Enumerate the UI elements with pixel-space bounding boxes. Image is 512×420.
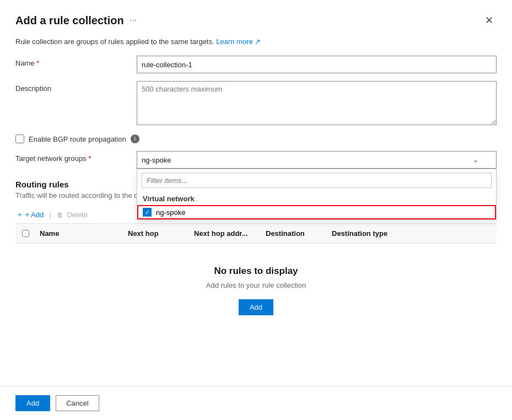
bgp-info-icon[interactable]: i [131, 134, 139, 143]
table-header-row: Name Next hop Next hop addr... Destinati… [15, 224, 497, 244]
chevron-down-icon: ⌄ [473, 156, 478, 164]
table-select-all-checkbox[interactable] [22, 230, 29, 237]
target-network-required: * [88, 154, 91, 163]
dialog-footer: Add Cancel [0, 386, 512, 420]
dropdown-filter-area [137, 169, 496, 191]
target-network-dropdown-wrapper: ng-spoke ⌄ Virtual network ✓ ng-spoke [137, 151, 497, 169]
empty-state-add-button[interactable]: Add [239, 299, 273, 315]
table-col-next-hop: Next hop [123, 227, 190, 240]
name-input[interactable] [137, 56, 497, 73]
description-label: Description [15, 81, 137, 93]
add-rule-collection-dialog: Add a rule collection ··· ✕ Rule collect… [0, 0, 512, 420]
trash-icon: 🗑 [57, 211, 63, 219]
target-network-label: Target network groups * [15, 151, 137, 163]
table-col-destination: Destination [261, 227, 327, 240]
description-field-row: Description [15, 81, 497, 127]
target-network-value: ng-spoke [142, 156, 171, 164]
add-rule-button[interactable]: + + Add [15, 209, 46, 220]
dialog-header: Add a rule collection ··· ✕ [15, 13, 497, 28]
bgp-checkbox[interactable] [15, 134, 24, 143]
dropdown-item-checkbox: ✓ [143, 208, 152, 217]
dropdown-item-ng-spoke[interactable]: ✓ ng-spoke [137, 205, 496, 219]
toolbar-separator: | [48, 210, 52, 220]
table-header-checkbox[interactable] [15, 227, 35, 240]
learn-more-link[interactable]: Learn more ↗ [216, 37, 261, 46]
empty-state: No rules to display Add rules to your ru… [15, 244, 497, 332]
footer-cancel-button[interactable]: Cancel [56, 395, 99, 411]
description-textarea[interactable] [137, 81, 497, 125]
dialog-title-row: Add a rule collection ··· [15, 14, 137, 27]
dropdown-filter-input[interactable] [142, 173, 492, 188]
name-label: Name * [15, 56, 137, 67]
target-network-row: Target network groups * ng-spoke ⌄ Virtu… [15, 151, 497, 169]
name-required: * [36, 59, 39, 67]
external-link-icon: ↗ [255, 37, 261, 46]
empty-state-title: No rules to display [15, 266, 497, 277]
dropdown-panel: Virtual network ✓ ng-spoke [137, 169, 497, 220]
name-field-control [137, 56, 497, 73]
target-network-dropdown[interactable]: ng-spoke ⌄ [137, 151, 497, 169]
close-button[interactable]: ✕ [482, 13, 497, 28]
plus-icon: + [18, 211, 22, 219]
info-bar: Rule collection are groups of rules appl… [15, 37, 497, 46]
name-field-row: Name * [15, 56, 497, 73]
description-field-control [137, 81, 497, 127]
footer-add-button[interactable]: Add [15, 395, 50, 411]
dropdown-section-label: Virtual network [137, 191, 496, 205]
table-col-destination-type: Destination type [327, 227, 410, 240]
bgp-label: Enable BGP route propagation [29, 135, 126, 143]
empty-state-desc: Add rules to your rule collection [15, 281, 497, 289]
dialog-title: Add a rule collection [15, 14, 124, 27]
bgp-checkbox-row: Enable BGP route propagation i [15, 134, 497, 143]
delete-rule-button[interactable]: 🗑 Delete [55, 209, 90, 220]
table-col-next-hop-addr: Next hop addr... [190, 227, 261, 240]
rules-table: Name Next hop Next hop addr... Destinati… [15, 223, 497, 332]
table-col-name: Name [35, 227, 123, 240]
dropdown-item-label: ng-spoke [156, 208, 185, 217]
dialog-more-icon[interactable]: ··· [130, 15, 137, 25]
checkmark-icon: ✓ [145, 209, 150, 216]
